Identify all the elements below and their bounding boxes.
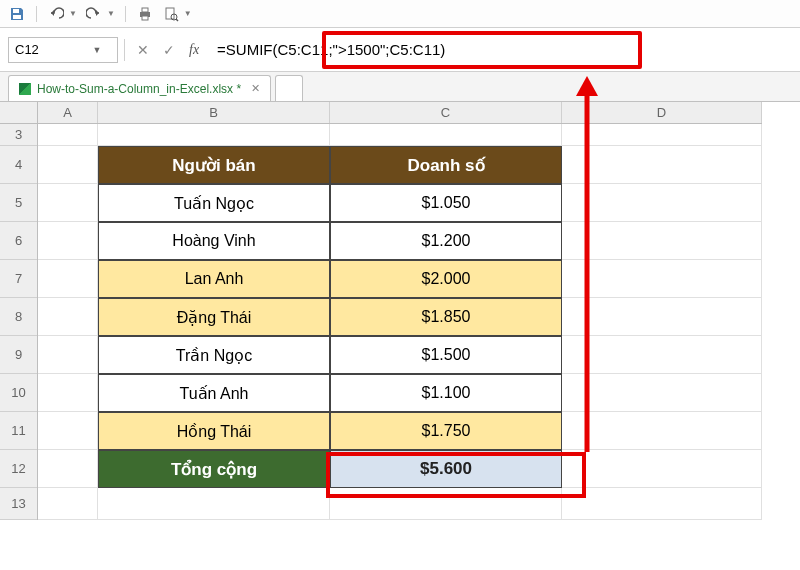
print-preview-icon[interactable] (162, 5, 180, 23)
undo-icon[interactable] (47, 5, 65, 23)
cell[interactable] (38, 412, 98, 450)
svg-rect-5 (166, 8, 174, 19)
cell-sales[interactable]: $1.750 (330, 412, 562, 450)
formula-input[interactable] (211, 39, 792, 60)
cell[interactable] (38, 184, 98, 222)
cell[interactable] (330, 488, 562, 520)
cell-seller[interactable]: Tuấn Anh (98, 374, 330, 412)
cell[interactable] (562, 124, 762, 146)
cell-sales[interactable]: $1.100 (330, 374, 562, 412)
col-header-C[interactable]: C (330, 102, 562, 123)
cell[interactable] (38, 146, 98, 184)
cell[interactable] (562, 260, 762, 298)
cell-total-label[interactable]: Tổng cộng (98, 450, 330, 488)
accept-formula-icon[interactable]: ✓ (163, 42, 175, 58)
row-header[interactable]: 11 (0, 412, 37, 450)
fx-icon[interactable]: fx (189, 42, 199, 58)
row-header[interactable]: 9 (0, 336, 37, 374)
cell[interactable] (38, 488, 98, 520)
svg-rect-3 (142, 8, 148, 12)
cell[interactable] (38, 222, 98, 260)
close-tab-icon[interactable]: ✕ (251, 82, 260, 95)
table-header-seller[interactable]: Người bán (98, 146, 330, 184)
svg-line-7 (176, 19, 178, 21)
select-all-corner[interactable] (0, 102, 38, 124)
name-box-input[interactable] (9, 42, 89, 57)
preview-dropdown-icon[interactable]: ▼ (184, 9, 192, 18)
cell[interactable] (562, 374, 762, 412)
cell-sales[interactable]: $2.000 (330, 260, 562, 298)
svg-rect-1 (13, 15, 21, 19)
row-header[interactable]: 5 (0, 184, 37, 222)
quick-access-toolbar: ▼ ▼ ▼ (0, 0, 800, 28)
cell[interactable] (38, 450, 98, 488)
cell[interactable] (38, 124, 98, 146)
cell[interactable] (98, 488, 330, 520)
cell[interactable] (562, 184, 762, 222)
table-header-sales[interactable]: Doanh số (330, 146, 562, 184)
cell[interactable] (562, 488, 762, 520)
svg-rect-4 (142, 16, 148, 20)
cell-seller[interactable]: Hồng Thái (98, 412, 330, 450)
cell[interactable] (562, 412, 762, 450)
formula-bar: ▼ ✕ ✓ fx (0, 28, 800, 72)
cell[interactable] (38, 374, 98, 412)
cell[interactable] (38, 298, 98, 336)
excel-file-icon (19, 83, 31, 95)
cell[interactable] (330, 124, 562, 146)
cell[interactable] (562, 450, 762, 488)
name-box-dropdown-icon[interactable]: ▼ (89, 45, 105, 55)
print-icon[interactable] (136, 5, 154, 23)
cell-seller[interactable]: Hoàng Vinh (98, 222, 330, 260)
document-tab-label: How-to-Sum-a-Column_in-Excel.xlsx * (37, 82, 241, 96)
cell[interactable] (562, 336, 762, 374)
cell[interactable] (562, 298, 762, 336)
document-tab-strip: How-to-Sum-a-Column_in-Excel.xlsx * ✕ (0, 72, 800, 102)
row-header[interactable]: 3 (0, 124, 37, 146)
cell[interactable] (38, 260, 98, 298)
cell-seller[interactable]: Lan Anh (98, 260, 330, 298)
document-tab[interactable]: How-to-Sum-a-Column_in-Excel.xlsx * ✕ (8, 75, 271, 101)
cell[interactable] (562, 146, 762, 184)
cell-total-value[interactable]: $5.600 (330, 450, 562, 488)
row-header[interactable]: 13 (0, 488, 37, 520)
col-header-D[interactable]: D (562, 102, 762, 123)
cell-seller[interactable]: Trần Ngọc (98, 336, 330, 374)
cell-sales[interactable]: $1.850 (330, 298, 562, 336)
cell[interactable] (562, 222, 762, 260)
row-headers: 3 4 5 6 7 8 9 10 11 12 13 (0, 124, 38, 520)
svg-rect-0 (13, 9, 19, 13)
document-tab-blank[interactable] (275, 75, 303, 101)
row-header[interactable]: 12 (0, 450, 37, 488)
cell[interactable] (98, 124, 330, 146)
column-headers: A B C D (38, 102, 762, 124)
row-header[interactable]: 8 (0, 298, 37, 336)
redo-dropdown-icon[interactable]: ▼ (107, 9, 115, 18)
cell[interactable] (38, 336, 98, 374)
spreadsheet-grid: A B C D 3 4 5 6 7 8 9 10 11 12 13 (0, 102, 800, 520)
save-icon[interactable] (8, 5, 26, 23)
row-header[interactable]: 6 (0, 222, 37, 260)
col-header-A[interactable]: A (38, 102, 98, 123)
cell-seller[interactable]: Đặng Thái (98, 298, 330, 336)
row-header[interactable]: 10 (0, 374, 37, 412)
cancel-formula-icon[interactable]: ✕ (137, 42, 149, 58)
cell-sales[interactable]: $1.500 (330, 336, 562, 374)
cell-sales[interactable]: $1.050 (330, 184, 562, 222)
cell-sales[interactable]: $1.200 (330, 222, 562, 260)
row-header[interactable]: 7 (0, 260, 37, 298)
undo-dropdown-icon[interactable]: ▼ (69, 9, 77, 18)
col-header-B[interactable]: B (98, 102, 330, 123)
cell-seller[interactable]: Tuấn Ngọc (98, 184, 330, 222)
row-header[interactable]: 4 (0, 146, 37, 184)
redo-icon[interactable] (85, 5, 103, 23)
name-box[interactable]: ▼ (8, 37, 118, 63)
